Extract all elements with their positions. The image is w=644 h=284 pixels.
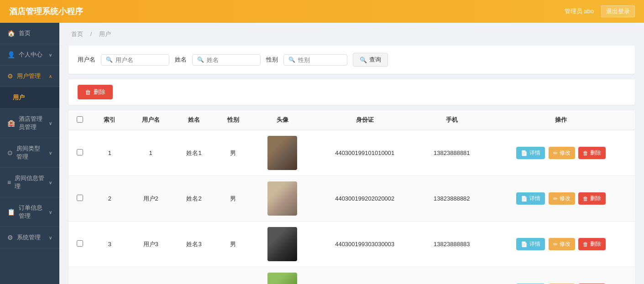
chevron-down-icon: ∨	[49, 210, 52, 215]
logout-button[interactable]: 退出登录	[601, 5, 635, 17]
row-username: 用户4	[128, 267, 173, 284]
sidebar-item-label: 订单信息管理	[19, 204, 45, 220]
edit-button[interactable]: ✏ 修改	[549, 147, 575, 159]
chevron-up-icon: ∧	[49, 74, 52, 79]
user-label: 管理员 abo	[565, 7, 594, 15]
sidebar-item-label: 系统管理	[17, 233, 41, 242]
row-index: 3	[91, 222, 128, 267]
top-header: 酒店管理系统小程序 管理员 abo 退出登录	[0, 0, 644, 23]
col-avatar: 头像	[251, 110, 313, 130]
row-delete-label: 删除	[590, 195, 601, 202]
breadcrumb-home: 首页	[71, 31, 83, 37]
sidebar-item-sys-mgmt[interactable]: ⚙ 系统管理 ∨	[0, 227, 59, 248]
row-actions: 📄 详情 ✏ 修改 🗑 删除	[487, 267, 635, 284]
chevron-down-icon: ∨	[49, 180, 52, 185]
row-checkbox	[68, 176, 91, 222]
avatar	[267, 273, 297, 284]
row-gender: 男	[215, 267, 251, 284]
row-index: 4	[91, 267, 128, 284]
row-select-checkbox[interactable]	[77, 149, 83, 155]
chevron-down-icon: ∨	[49, 121, 52, 126]
user-table: 索引 用户名 姓名 性别 头像 身份证 手机 操作 1 1 姓名1 男	[68, 110, 635, 284]
detail-icon: 📄	[521, 150, 528, 156]
col-name: 姓名	[173, 110, 215, 130]
list-icon: ≡	[7, 179, 11, 186]
username-label: 用户名	[78, 56, 95, 64]
trash-icon: 🗑	[583, 241, 588, 248]
lastname-input[interactable]	[207, 57, 256, 63]
action-bar: 🗑 删除	[68, 79, 635, 105]
sidebar-item-room-info[interactable]: ≡ 房间信息管理 ∨	[0, 168, 59, 197]
row-username: 用户2	[128, 176, 173, 222]
query-label: 查询	[369, 56, 381, 64]
sidebar-item-home[interactable]: 🏠 首页	[0, 23, 59, 44]
sidebar-item-label: 个人中心	[19, 51, 42, 59]
avatar	[267, 181, 297, 216]
table-header-row: 索引 用户名 姓名 性别 头像 身份证 手机 操作	[68, 110, 635, 130]
gender-input[interactable]	[298, 57, 342, 63]
select-all-checkbox[interactable]	[77, 116, 83, 123]
circle-icon: ⊙	[7, 149, 13, 156]
row-idcard: 440300199303030003	[313, 222, 416, 267]
gender-label: 性别	[266, 56, 278, 64]
detail-button[interactable]: 📄 详情	[516, 192, 545, 205]
detail-label: 详情	[529, 195, 540, 202]
row-avatar	[251, 222, 313, 267]
col-idcard: 身份证	[313, 110, 416, 130]
row-index: 1	[91, 130, 128, 176]
row-idcard: 440300199404040004	[313, 267, 416, 284]
trash-icon: 🗑	[583, 196, 588, 202]
query-button[interactable]: 🔍 查询	[353, 53, 388, 67]
sidebar-item-label: 用户	[13, 93, 25, 102]
sidebar-item-room-type[interactable]: ⊙ 房间类型管理 ∨	[0, 138, 59, 168]
sidebar-item-user-mgmt[interactable]: ⚙ 用户管理 ∧	[0, 66, 59, 87]
table-row: 3 用户3 姓名3 男 440300199303030003 138238888…	[68, 222, 635, 267]
query-search-icon: 🔍	[360, 57, 367, 63]
edit-icon: ✏	[553, 150, 558, 156]
chevron-down-icon: ∨	[49, 235, 52, 240]
detail-icon: 📄	[521, 196, 528, 202]
app-title: 酒店管理系统小程序	[9, 6, 83, 17]
sidebar-item-user[interactable]: 用户	[0, 87, 59, 108]
row-select-checkbox[interactable]	[77, 240, 83, 247]
row-name: 姓名3	[173, 222, 215, 267]
row-select-checkbox[interactable]	[77, 195, 83, 201]
sidebar-item-label: 酒店管理员管理	[19, 115, 45, 131]
table-row: 4 用户4 姓名4 男 440300199404040004 138238888…	[68, 267, 635, 284]
sidebar-item-order-mgmt[interactable]: 📋 订单信息管理 ∨	[0, 197, 59, 227]
col-actions: 操作	[487, 110, 635, 130]
sidebar-item-label: 房间信息管理	[15, 174, 45, 191]
home-icon: 🏠	[7, 30, 15, 37]
sidebar-item-label: 首页	[19, 29, 31, 37]
sidebar-item-personal[interactable]: 👤 个人中心 ∨	[0, 44, 59, 66]
edit-button[interactable]: ✏ 修改	[549, 192, 575, 205]
search-icon-2: 🔍	[197, 57, 204, 63]
lastname-input-wrap: 🔍	[192, 54, 261, 66]
row-delete-button[interactable]: 🗑 删除	[578, 147, 606, 159]
row-actions: 📄 详情 ✏ 修改 🗑 删除	[487, 176, 635, 222]
bulk-delete-button[interactable]: 🗑 删除	[78, 85, 113, 99]
row-avatar	[251, 176, 313, 222]
detail-button[interactable]: 📄 详情	[516, 147, 545, 159]
main-layout: 🏠 首页 👤 个人中心 ∨ ⚙ 用户管理 ∧ 用户 🏨 酒店管理员管理 ∨ ⊙ …	[0, 23, 644, 284]
detail-button[interactable]: 📄 详情	[516, 238, 545, 250]
row-avatar	[251, 130, 313, 176]
edit-label: 修改	[560, 149, 571, 157]
detail-icon: 📄	[521, 241, 528, 248]
table-row: 1 1 姓名1 男 440300199101010001 13823888881…	[68, 130, 635, 176]
row-checkbox	[68, 222, 91, 267]
edit-label: 修改	[560, 195, 571, 202]
row-delete-button[interactable]: 🗑 删除	[578, 192, 606, 205]
search-icon-3: 🔍	[288, 57, 295, 63]
col-index: 索引	[91, 110, 128, 130]
sidebar-item-hotel-mgmt[interactable]: 🏨 酒店管理员管理 ∨	[0, 108, 59, 138]
user-info: 管理员 abo 退出登录	[565, 5, 635, 17]
row-name: 姓名4	[173, 267, 215, 284]
username-input[interactable]	[115, 57, 164, 63]
edit-button[interactable]: ✏ 修改	[549, 238, 575, 250]
row-delete-button[interactable]: 🗑 删除	[578, 238, 606, 250]
row-phone: 13823888883	[416, 222, 487, 267]
row-username: 1	[128, 130, 173, 176]
detail-label: 详情	[529, 149, 540, 157]
username-input-wrap: 🔍	[101, 54, 169, 66]
